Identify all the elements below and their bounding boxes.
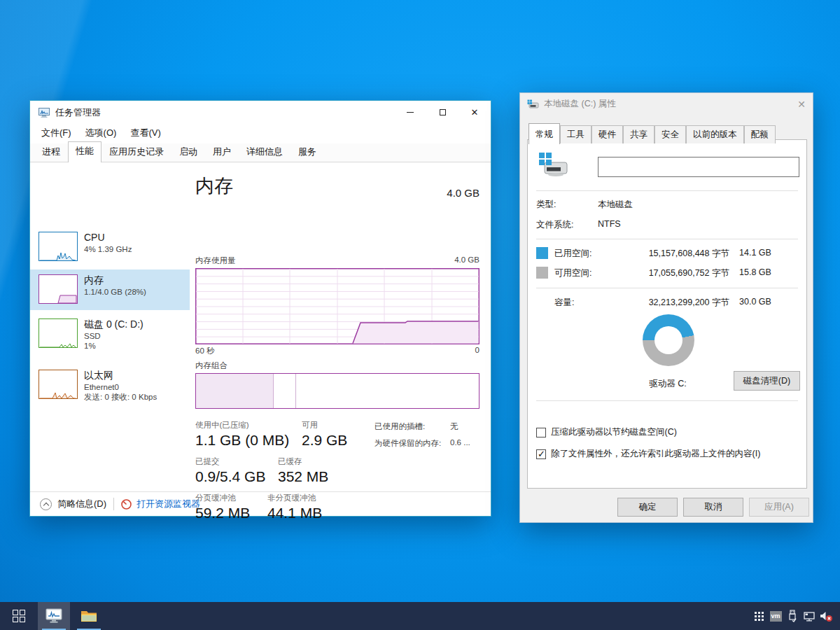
cpu-minichart (38, 232, 78, 261)
task-manager-window: 任务管理器 ✕ 文件(F) 选项(O) 查看(V) 进程 性能 应用历史记录 启… (29, 100, 491, 517)
memory-composition-bar[interactable] (195, 373, 479, 409)
ethernet-label: 以太网 (84, 370, 157, 382)
volume-label-input[interactable] (598, 157, 799, 177)
cpu-label: CPU (84, 232, 132, 244)
apply-button[interactable]: 应用(A) (749, 498, 809, 517)
cpu-stats: 4% 1.39 GHz (84, 244, 132, 254)
sidebar-item-cpu[interactable]: CPU4% 1.39 GHz (30, 227, 190, 267)
footer-divider (113, 498, 114, 510)
type-label: 类型: (536, 199, 556, 211)
disk-type: SSD (84, 331, 144, 341)
slots-used-value: 无 (450, 421, 458, 432)
disk-usage-donut-chart (643, 314, 694, 366)
fewer-details-label[interactable]: 简略信息(D) (57, 498, 106, 510)
volume-tray-button[interactable] (818, 602, 834, 630)
stat-cached-label: 已缓存 (278, 456, 377, 467)
task-manager-footer: 简略信息(D) 打开资源监视器 (30, 491, 491, 516)
ok-button[interactable]: 确定 (617, 498, 678, 517)
free-space-size: 15.8 GB (739, 267, 771, 277)
tab-users[interactable]: 用户 (205, 142, 239, 162)
usb-device-icon (787, 610, 798, 622)
slots-used-label: 已使用的插槽: (374, 421, 450, 432)
drive-small-icon (527, 99, 539, 109)
start-button[interactable] (3, 602, 35, 630)
task-manager-app-icon (38, 108, 50, 118)
x-axis-right-label: 0 (475, 346, 479, 356)
memory-graph-max: 4.0 GB (454, 255, 479, 266)
tab-hardware[interactable]: 硬件 (592, 125, 623, 144)
dialog-titlebar: 本地磁盘 (C:) 属性 ✕ (520, 93, 813, 115)
capacity-label: 容量: (554, 297, 574, 309)
index-contents-checkbox-row[interactable]: 除了文件属性外，还允许索引此驱动器上文件的内容(I) (536, 448, 760, 460)
used-space-size: 14.1 GB (739, 248, 771, 258)
performance-pane: CPU4% 1.39 GHz 内存1.1/4.0 GB (28%) 磁盘 0 (… (30, 162, 491, 512)
menu-options[interactable]: 选项(O) (80, 125, 122, 141)
cancel-button[interactable]: 取消 (683, 498, 743, 517)
dialog-title: 本地磁盘 (C:) 属性 (544, 98, 616, 110)
sidebar-item-disk[interactable]: 磁盘 0 (C: D:)SSD1% (30, 314, 190, 363)
memory-label: 内存 (84, 274, 146, 287)
general-tab-page: 类型: 本地磁盘 文件系统: NTFS 已用空间: 15,157,608,448… (527, 139, 807, 489)
compress-drive-checkbox[interactable] (536, 428, 546, 438)
tab-security[interactable]: 安全 (654, 125, 686, 144)
system-tray: vm (750, 602, 840, 630)
free-space-swatch (536, 267, 548, 279)
tab-quota[interactable]: 配额 (744, 125, 776, 144)
tab-tools[interactable]: 工具 (560, 125, 592, 144)
disk-properties-dialog: 本地磁盘 (C:) 属性 ✕ 常规 工具 硬件 共享 安全 以前的版本 配额 类… (519, 92, 813, 523)
tab-details[interactable]: 详细信息 (239, 142, 290, 162)
used-space-bytes: 15,157,608,448 字节 (596, 248, 729, 260)
index-contents-checkbox[interactable] (536, 449, 546, 459)
close-button[interactable]: ✕ (458, 101, 491, 124)
free-space-bytes: 17,055,690,752 字节 (596, 267, 729, 279)
separator (536, 400, 798, 401)
separator (536, 239, 798, 239)
taskbar-file-explorer-button[interactable] (73, 602, 105, 630)
tab-app-history[interactable]: 应用历史记录 (102, 142, 172, 162)
hidden-icons-button[interactable] (750, 602, 767, 630)
disk-cleanup-button[interactable]: 磁盘清理(D) (734, 371, 800, 391)
ethernet-adapter: Ethernet0 (84, 382, 157, 392)
stat-inuse-value: 1.1 GB (0 MB) (195, 432, 295, 449)
maximize-button[interactable] (426, 101, 458, 124)
sidebar-item-ethernet[interactable]: 以太网Ethernet0发送: 0 接收: 0 Kbps (30, 365, 190, 414)
close-icon: ✕ (471, 107, 479, 118)
usb-device-tray-button[interactable] (784, 602, 801, 630)
compress-drive-checkbox-row[interactable]: 压缩此驱动器以节约磁盘空间(C) (536, 426, 677, 438)
memory-stats: 1.1/4.0 GB (28%) (84, 287, 146, 297)
tab-services[interactable]: 服务 (290, 142, 324, 162)
sidebar-item-memory[interactable]: 内存1.1/4.0 GB (28%) (30, 270, 190, 310)
task-manager-icon (46, 608, 62, 624)
vmware-tray-button[interactable]: vm (767, 602, 784, 630)
taskbar-task-manager-button[interactable] (38, 602, 70, 630)
tab-general[interactable]: 常规 (528, 123, 560, 144)
separator (536, 190, 798, 191)
composition-modified-segment (274, 374, 296, 408)
minimize-button[interactable] (394, 101, 426, 124)
menu-view[interactable]: 查看(V) (125, 125, 166, 141)
compress-drive-label: 压缩此驱动器以节约磁盘空间(C) (551, 426, 677, 438)
open-resource-monitor-link[interactable]: 打开资源监视器 (136, 498, 200, 510)
file-explorer-icon (80, 609, 97, 623)
disk-usage: 1% (84, 341, 144, 351)
fewer-details-icon[interactable] (40, 498, 52, 510)
dialog-close-icon[interactable]: ✕ (785, 99, 806, 110)
tab-startup[interactable]: 启动 (172, 142, 205, 162)
tab-performance[interactable]: 性能 (68, 141, 102, 162)
menu-file[interactable]: 文件(F) (36, 125, 77, 141)
vmware-tray-icon: vm (770, 611, 782, 622)
tab-sharing[interactable]: 共享 (623, 125, 654, 144)
task-manager-menubar: 文件(F) 选项(O) 查看(V) (30, 124, 491, 144)
dialog-tabstrip: 常规 工具 硬件 共享 安全 以前的版本 配额 (528, 122, 776, 144)
tab-processes[interactable]: 进程 (34, 142, 68, 162)
memory-details: 已使用的插槽:无 为硬件保留的内存:0.6 ... (374, 421, 470, 455)
stat-committed-value: 0.9/5.4 GB (195, 468, 271, 485)
capacity-size: 30.0 GB (739, 297, 771, 307)
hw-reserved-value: 0.6 ... (450, 438, 470, 449)
minimize-icon (407, 112, 414, 113)
memory-graph-label: 内存使用量 (195, 255, 236, 266)
memory-total: 4.0 GB (447, 187, 479, 199)
taskbar: vm (0, 602, 840, 630)
tab-previous-versions[interactable]: 以前的版本 (686, 125, 744, 144)
network-tray-button[interactable] (801, 602, 818, 630)
